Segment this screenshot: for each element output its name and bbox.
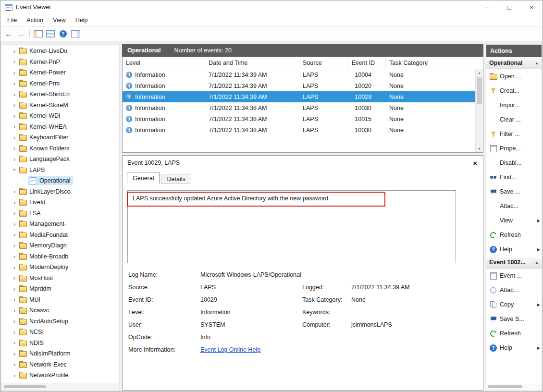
expander-icon[interactable]: [11, 372, 18, 379]
back-icon[interactable]: [3, 28, 14, 40]
action-item[interactable]: Attac... ▶: [486, 283, 542, 297]
expander-icon[interactable]: [11, 58, 18, 65]
expander-icon[interactable]: [11, 253, 18, 260]
tree-item[interactable]: LanguagePack: [1, 154, 119, 165]
actions-section-header[interactable]: Operational ▲: [486, 57, 542, 69]
expander-icon[interactable]: [11, 350, 18, 357]
expander-icon[interactable]: [11, 80, 18, 87]
export-list-icon[interactable]: [45, 28, 56, 40]
menu-item[interactable]: View: [48, 17, 71, 24]
tree-item[interactable]: LinkLayerDisco: [1, 186, 119, 197]
column-header-event-id[interactable]: Event ID: [348, 57, 386, 69]
action-item[interactable]: Save ... ▶: [486, 184, 542, 199]
tree-item[interactable]: Operational: [1, 175, 119, 186]
scroll-down-icon[interactable]: ▼: [476, 147, 483, 150]
action-item[interactable]: Find... ▶: [486, 170, 542, 184]
console-tree-icon[interactable]: [32, 28, 44, 40]
tree-item[interactable]: NcdAutoSetup: [1, 316, 119, 327]
tree-item[interactable]: ModernDeploy: [1, 262, 119, 273]
tree-item[interactable]: MUI: [1, 294, 119, 306]
tab[interactable]: General: [127, 172, 160, 184]
expander-icon[interactable]: [11, 101, 18, 109]
expander-icon[interactable]: [11, 307, 18, 314]
event-row[interactable]: Information 7/1/2022 11:34:38 AM LAPS 10…: [123, 124, 475, 135]
minimize-button[interactable]: –: [476, 0, 498, 14]
expander-icon[interactable]: [11, 91, 18, 98]
tree-horizontal-scrollbar[interactable]: [1, 383, 119, 390]
tree-item[interactable]: Mobile-Broadb: [1, 251, 119, 262]
expander-icon[interactable]: [11, 69, 18, 76]
tree-item[interactable]: Known Folders: [1, 143, 119, 154]
tree-item[interactable]: NDIS: [1, 338, 119, 349]
expander-icon[interactable]: [11, 242, 18, 249]
vertical-scrollbar[interactable]: ▲ ▼: [475, 69, 483, 152]
action-item[interactable]: Open ... ▶: [486, 69, 542, 84]
tree-item[interactable]: Kernel-StoreM: [1, 100, 119, 111]
event-row[interactable]: Information 7/1/2022 11:34:39 AM LAPS 10…: [123, 69, 475, 80]
menu-item[interactable]: Help: [71, 17, 93, 24]
tree-item[interactable]: MemoryDiagn: [1, 240, 119, 251]
action-item[interactable]: Impor... ▶: [486, 98, 542, 112]
action-item[interactable]: Prope... ▶: [486, 141, 542, 156]
scrollbar-thumb[interactable]: [488, 385, 522, 388]
action-item[interactable]: Attac... ▶: [486, 199, 542, 213]
menu-item[interactable]: File: [2, 17, 22, 24]
expander-icon[interactable]: [11, 339, 18, 346]
tree-item[interactable]: Management-: [1, 219, 119, 230]
action-item[interactable]: Clear ... ▶: [486, 112, 542, 127]
expander-icon[interactable]: [11, 274, 18, 282]
action-item[interactable]: Help ▶: [486, 242, 542, 257]
collapse-section-icon[interactable]: ▲: [535, 260, 539, 265]
tree-item[interactable]: Ncasvc: [1, 305, 119, 316]
actions-horizontal-scrollbar[interactable]: [486, 384, 542, 390]
action-item[interactable]: View ▶: [486, 213, 542, 228]
event-row[interactable]: Information 7/1/2022 11:34:38 AM LAPS 10…: [123, 113, 475, 124]
expander-icon[interactable]: [11, 123, 18, 130]
expander-icon[interactable]: [11, 48, 18, 55]
column-header-level[interactable]: Level: [123, 57, 205, 69]
event-row[interactable]: Information 7/1/2022 11:34:39 AM LAPS 10…: [123, 91, 475, 102]
tree-item[interactable]: MediaFoundat: [1, 230, 119, 241]
tree-item[interactable]: Kernel-ShimEn: [1, 89, 119, 100]
tree-item[interactable]: Kernel-WHEA: [1, 122, 119, 133]
expander-icon[interactable]: [11, 145, 18, 152]
action-pane-icon[interactable]: [70, 28, 81, 40]
tree-item[interactable]: NdisImPlatform: [1, 348, 119, 359]
close-button[interactable]: ×: [520, 0, 543, 14]
menu-item[interactable]: Action: [22, 17, 48, 24]
action-item[interactable]: Help ▶: [486, 341, 542, 355]
action-item[interactable]: Copy ▶: [486, 297, 542, 312]
expander-icon[interactable]: [11, 231, 18, 238]
column-header-date[interactable]: Date and Time: [205, 57, 299, 69]
scroll-up-icon[interactable]: ▲: [476, 71, 483, 74]
collapse-section-icon[interactable]: ▲: [535, 61, 539, 65]
expander-icon[interactable]: [11, 285, 18, 293]
event-row[interactable]: Information 7/1/2022 11:34:38 AM LAPS 10…: [123, 102, 475, 113]
tree-item[interactable]: Mprddm: [1, 283, 119, 294]
tree-item[interactable]: LSA: [1, 208, 119, 219]
help-icon[interactable]: [57, 28, 69, 40]
tree-item[interactable]: LAPS: [1, 165, 119, 176]
expander-icon[interactable]: [11, 264, 18, 271]
expander-icon[interactable]: [11, 134, 18, 141]
action-item[interactable]: Save S... ▶: [486, 312, 542, 326]
expander-icon[interactable]: [11, 199, 18, 206]
tree-item[interactable]: Kernel-WDI: [1, 110, 119, 122]
actions-section-header[interactable]: Event 1002... ▲: [486, 257, 542, 269]
tree-item[interactable]: KeyboardFilter: [1, 132, 119, 143]
action-item[interactable]: Creat... ▶: [486, 84, 542, 98]
tree-item[interactable]: MosHost: [1, 273, 119, 284]
expander-icon[interactable]: [11, 296, 18, 303]
action-item[interactable]: Event ... ▶: [486, 269, 542, 283]
action-item[interactable]: Refresh ▶: [486, 228, 542, 242]
action-item[interactable]: Disabl... ▶: [486, 156, 542, 170]
expander-icon[interactable]: [11, 329, 18, 336]
expander-icon[interactable]: [11, 220, 18, 228]
tree-item[interactable]: NCSI: [1, 327, 119, 338]
tree-item[interactable]: Kernel-LiveDu: [1, 46, 119, 57]
tab[interactable]: Details: [161, 174, 191, 184]
scrollbar-thumb[interactable]: [477, 77, 482, 104]
maximize-button[interactable]: □: [498, 0, 520, 14]
action-item[interactable]: Filter ... ▶: [486, 127, 542, 141]
column-header-source[interactable]: Source: [299, 57, 348, 69]
